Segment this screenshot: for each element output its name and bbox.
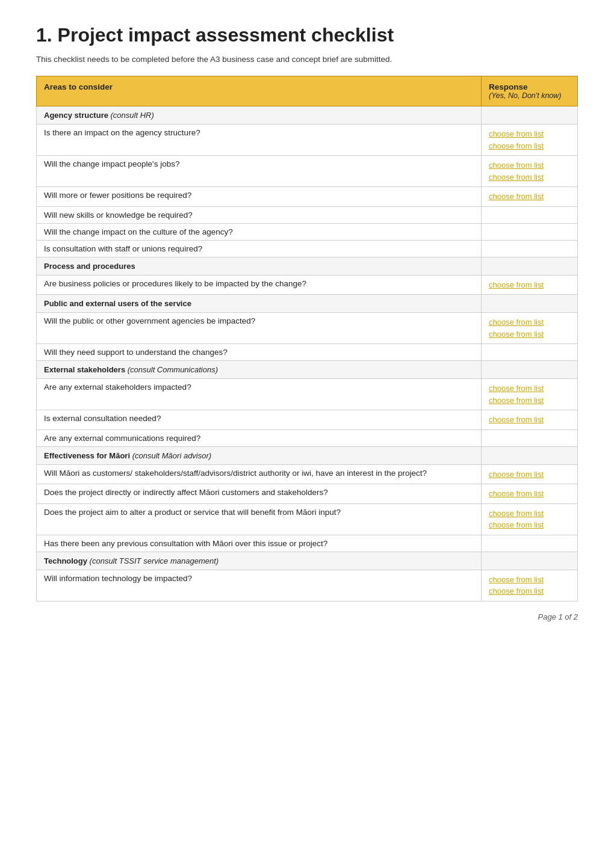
response-cell[interactable] (482, 429, 578, 446)
response-cell[interactable]: choose from list (482, 275, 578, 295)
section-label-maori-effectiveness: Effectiveness for Māori (consult Māori a… (37, 446, 482, 464)
choose-from-list-dropdown[interactable]: choose from list (489, 128, 570, 140)
question-text: Will Māori as customers/ stakeholders/st… (37, 464, 482, 484)
question-text: Will the change impact people's jobs? (37, 156, 482, 187)
section-label-process-procedures: Process and procedures (37, 257, 482, 275)
table-row: Will the public or other government agen… (37, 313, 578, 344)
choose-from-list-dropdown[interactable]: choose from list (489, 316, 570, 328)
choose-from-list-dropdown[interactable]: choose from list (489, 159, 570, 171)
choose-from-list-dropdown[interactable]: choose from list (489, 469, 570, 481)
question-text: Will information technology be impacted? (37, 570, 482, 601)
response-cell[interactable] (482, 344, 578, 361)
response-cell[interactable]: choose from listchoose from list (482, 379, 578, 410)
page-subtitle: This checklist needs to be completed bef… (36, 55, 578, 64)
table-row: Does the project aim to alter a product … (37, 503, 578, 535)
choose-from-list-dropdown[interactable]: choose from list (489, 519, 570, 531)
section-response-empty-external-stakeholders (482, 361, 578, 379)
page-title: 1. Project impact assessment checklist (36, 24, 578, 46)
choose-from-list-dropdown[interactable]: choose from list (489, 414, 570, 426)
table-row: Is external consultation needed?choose f… (37, 410, 578, 430)
table-row: Will the change impact on the culture of… (37, 223, 578, 240)
section-response-empty-public-external (482, 295, 578, 313)
question-text: Does the project aim to alter a product … (37, 503, 482, 535)
response-cell[interactable]: choose from list (482, 464, 578, 484)
choose-from-list-dropdown[interactable]: choose from list (489, 574, 570, 586)
table-row: Are business policies or procedures like… (37, 275, 578, 295)
section-header-process-procedures: Process and procedures (37, 257, 578, 275)
section-label-technology: Technology (consult TSSIT service manage… (37, 552, 482, 570)
response-cell[interactable] (482, 223, 578, 240)
table-row: Are any external communications required… (37, 429, 578, 446)
choose-from-list-dropdown[interactable]: choose from list (489, 328, 570, 340)
table-row: Will the change impact people's jobs?cho… (37, 156, 578, 187)
response-cell[interactable]: choose from list (482, 484, 578, 504)
section-response-empty-technology (482, 552, 578, 570)
question-text: Will new skills or knowledge be required… (37, 206, 482, 223)
response-cell[interactable]: choose from listchoose from list (482, 503, 578, 535)
table-row: Is consultation with staff or unions req… (37, 240, 578, 257)
question-text: Are business policies or procedures like… (37, 275, 482, 295)
page-footer: Page 1 of 2 (36, 612, 578, 621)
question-text: Is external consultation needed? (37, 410, 482, 430)
table-row: Will Māori as customers/ stakeholders/st… (37, 464, 578, 484)
response-cell[interactable]: choose from listchoose from list (482, 156, 578, 187)
table-row: Will information technology be impacted?… (37, 570, 578, 601)
question-text: Are any external stakeholders impacted? (37, 379, 482, 410)
table-row: Is there an impact on the agency structu… (37, 125, 578, 156)
choose-from-list-dropdown[interactable]: choose from list (489, 191, 570, 203)
section-header-external-stakeholders: External stakeholders (consult Communica… (37, 361, 578, 379)
section-label-public-external: Public and external users of the service (37, 295, 482, 313)
table-row: Has there been any previous consultation… (37, 535, 578, 552)
section-response-empty-agency-structure (482, 106, 578, 125)
table-row: Are any external stakeholders impacted?c… (37, 379, 578, 410)
question-text: Is there an impact on the agency structu… (37, 125, 482, 156)
choose-from-list-dropdown[interactable]: choose from list (489, 488, 570, 500)
table-row: Will more or fewer positions be required… (37, 187, 578, 207)
section-response-empty-process-procedures (482, 257, 578, 275)
table-row: Will they need support to understand the… (37, 344, 578, 361)
question-text: Has there been any previous consultation… (37, 535, 482, 552)
col2-header: Response (Yes, No, Don't know) (482, 76, 578, 106)
response-cell[interactable] (482, 206, 578, 223)
response-cell[interactable]: choose from listchoose from list (482, 570, 578, 601)
col1-header: Areas to consider (37, 76, 482, 106)
choose-from-list-dropdown[interactable]: choose from list (489, 585, 570, 597)
section-label-external-stakeholders: External stakeholders (consult Communica… (37, 361, 482, 379)
response-cell[interactable]: choose from listchoose from list (482, 313, 578, 344)
choose-from-list-dropdown[interactable]: choose from list (489, 508, 570, 520)
question-text: Will they need support to understand the… (37, 344, 482, 361)
section-header-public-external: Public and external users of the service (37, 295, 578, 313)
response-cell[interactable]: choose from list (482, 187, 578, 207)
question-text: Will the change impact on the culture of… (37, 223, 482, 240)
question-text: Does the project directly or indirectly … (37, 484, 482, 504)
section-header-maori-effectiveness: Effectiveness for Māori (consult Māori a… (37, 446, 578, 464)
section-header-technology: Technology (consult TSSIT service manage… (37, 552, 578, 570)
question-text: Will more or fewer positions be required… (37, 187, 482, 207)
choose-from-list-dropdown[interactable]: choose from list (489, 395, 570, 407)
question-text: Will the public or other government agen… (37, 313, 482, 344)
table-row: Does the project directly or indirectly … (37, 484, 578, 504)
response-cell[interactable]: choose from list (482, 410, 578, 430)
section-label-agency-structure: Agency structure (consult HR) (37, 106, 482, 125)
question-text: Are any external communications required… (37, 429, 482, 446)
choose-from-list-dropdown[interactable]: choose from list (489, 171, 570, 183)
section-response-empty-maori-effectiveness (482, 446, 578, 464)
response-cell[interactable] (482, 240, 578, 257)
choose-from-list-dropdown[interactable]: choose from list (489, 383, 570, 395)
table-row: Will new skills or knowledge be required… (37, 206, 578, 223)
question-text: Is consultation with staff or unions req… (37, 240, 482, 257)
response-cell[interactable]: choose from listchoose from list (482, 125, 578, 156)
checklist-table: Areas to consider Response (Yes, No, Don… (36, 76, 578, 602)
choose-from-list-dropdown[interactable]: choose from list (489, 140, 570, 152)
response-cell[interactable] (482, 535, 578, 552)
choose-from-list-dropdown[interactable]: choose from list (489, 279, 570, 291)
section-header-agency-structure: Agency structure (consult HR) (37, 106, 578, 125)
